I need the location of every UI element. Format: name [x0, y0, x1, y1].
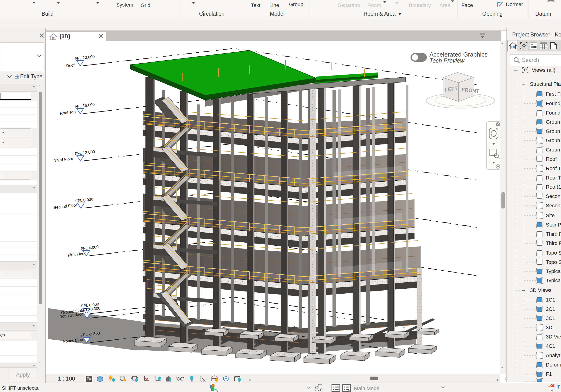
svg-text:Second Floor: Second Floor — [53, 203, 77, 210]
svg-text:Third Floor: Third Floor — [54, 156, 73, 163]
svg-text:FFL 16.000: FFL 16.000 — [74, 102, 95, 109]
svg-text:Roof: Roof — [66, 63, 75, 68]
svg-text:Accelerated Graphics: Accelerated Graphics — [430, 51, 488, 58]
svg-text:FFL 20.000: FFL 20.000 — [74, 54, 95, 61]
svg-text:Roof Top: Roof Top — [60, 109, 76, 116]
svg-text:0: 0 — [320, 388, 322, 392]
svg-text:FFL 4.000: FFL 4.000 — [80, 244, 99, 251]
svg-text:FFL 12.000: FFL 12.000 — [75, 149, 95, 156]
svg-text:Tech Preview: Tech Preview — [430, 57, 465, 64]
svg-text:FFL 8.000: FFL 8.000 — [75, 197, 94, 203]
svg-text:First Floor: First Floor — [67, 251, 86, 258]
